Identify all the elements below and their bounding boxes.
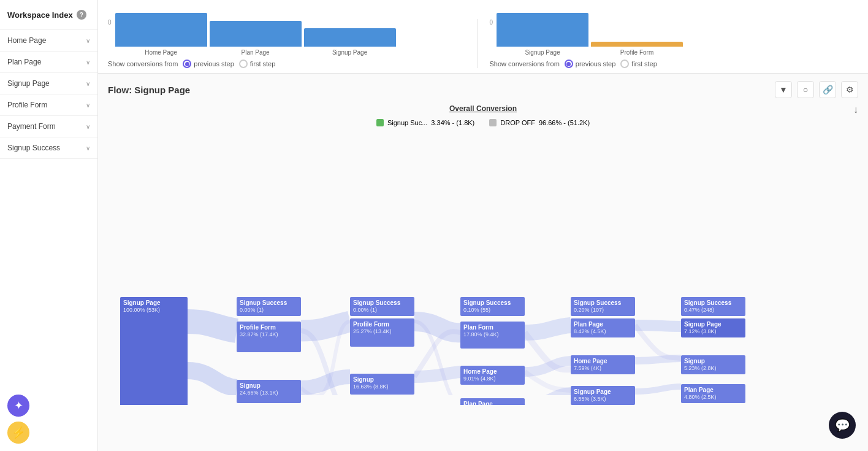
flash-icon[interactable]: ⚡ <box>7 422 29 444</box>
sidebar-label-payment-form: Payment Form <box>7 122 56 131</box>
sankey-node-n9[interactable]: Signup16.63% (8.8K) <box>350 374 414 395</box>
sankey-node-n20[interactable]: Plan Page8.42% (4.5K) <box>571 318 635 337</box>
node-pct-n2: Profile Form <box>240 323 298 331</box>
previous-step-label-left: previous step <box>194 60 234 67</box>
bar-plan-page: Plan Page <box>210 21 302 56</box>
sankey-node-n13[interactable]: Signup Success0.10% (55) <box>460 297 525 316</box>
sidebar-label-profile-form: Profile Form <box>7 101 47 109</box>
sankey-node-n3[interactable]: Signup24.66% (13.1K) <box>237 380 301 403</box>
node-count-n7: 0.00% (1) <box>353 307 411 314</box>
flow-header: Flow: Signup Page ▼ ○ 🔗 ⚙ <box>98 74 868 103</box>
bar-home <box>115 13 207 47</box>
node-count-n8: 25.27% (13.4K) <box>353 328 411 336</box>
node-count-n19: 0.20% (107) <box>574 307 632 314</box>
sankey-node-n25[interactable]: Signup Success0.47% (248) <box>681 297 745 316</box>
chevron-signup-page: ∨ <box>86 80 90 87</box>
node-pct-n26: Signup Page <box>684 320 742 328</box>
node-count-n3: 24.66% (13.1K) <box>240 390 298 397</box>
node-pct-n20: Plan Page <box>574 320 632 328</box>
node-count-n22: 6.55% (3.5K) <box>574 396 632 403</box>
sidebar-item-signup-success[interactable]: Signup Success∨ <box>0 137 97 159</box>
sankey-node-n0[interactable]: Signup Page100.00% (53K) <box>120 297 188 405</box>
node-count-n21: 7.59% (4K) <box>574 365 632 372</box>
workspace-title: Workspace Index <box>7 10 73 20</box>
help-icon[interactable]: ? <box>77 10 86 20</box>
top-funnel-bar: 0 Home Page Plan Page Signup Page Show c… <box>98 0 868 74</box>
radio-previous-circle-left <box>183 60 191 68</box>
sidebar-item-profile-form[interactable]: Profile Form∨ <box>0 94 97 116</box>
sankey-node-n22[interactable]: Signup Page6.55% (3.5K) <box>571 386 635 405</box>
sankey-node-n28[interactable]: Plan Page4.80% (2.5K) <box>681 384 745 403</box>
sidebar-label-signup-page: Signup Page <box>7 79 50 88</box>
node-pct-n19: Signup Success <box>574 299 632 307</box>
show-conversions-label-right: Show conversions from <box>490 60 560 67</box>
bar-signup <box>304 28 396 47</box>
node-count-n25: 0.47% (248) <box>684 307 742 314</box>
sankey-node-n15[interactable]: Home Page9.01% (4.8K) <box>460 366 525 385</box>
chevron-signup-success: ∨ <box>86 145 90 152</box>
sankey-node-n27[interactable]: Signup5.23% (2.8K) <box>681 355 745 374</box>
radio-first-circle-right <box>620 60 629 68</box>
legend-row: Signup Suc... 3.34% - (1.8K) DROP OFF 96… <box>98 117 868 131</box>
sankey-node-n16[interactable]: Plan Page8.29% (4.4K) <box>460 398 525 405</box>
sankey-node-n2[interactable]: Profile Form32.87% (17.4K) <box>237 322 301 352</box>
sidebar-bottom: ✦ ⚡ <box>0 387 97 451</box>
bar-signup-right: Signup Page <box>497 13 588 56</box>
funnel-right-bars: 0 Signup Page Profile Form <box>490 19 851 56</box>
link-button[interactable]: 🔗 <box>819 81 836 98</box>
node-pct-n13: Signup Success <box>463 299 522 307</box>
zero-label-left: 0 <box>108 19 112 26</box>
node-pct-n28: Plan Page <box>684 386 742 394</box>
sidebar-item-plan-page[interactable]: Plan Page∨ <box>0 52 97 73</box>
sidebar-label-plan-page: Plan Page <box>7 58 41 66</box>
sidebar-item-home-page[interactable]: Home Page∨ <box>0 30 97 52</box>
node-pct-n1: Signup Success <box>240 299 298 307</box>
node-count-n20: 8.42% (4.5K) <box>574 328 632 336</box>
sidebar-label-home-page: Home Page <box>7 36 46 45</box>
overall-conversion-label: Overall Conversion <box>98 103 868 117</box>
sankey-node-n1[interactable]: Signup Success0.00% (1) <box>237 297 301 316</box>
node-pct-n25: Signup Success <box>684 299 742 307</box>
node-pct-n7: Signup Success <box>353 299 411 307</box>
radio-first-right[interactable]: first step <box>620 60 657 68</box>
settings-button[interactable]: ⚙ <box>841 81 858 98</box>
first-step-label-right: first step <box>631 60 657 67</box>
sankey-node-n26[interactable]: Signup Page7.12% (3.8K) <box>681 318 745 337</box>
sidebar: Workspace Index ? Home Page∨Plan Page∨Si… <box>0 0 98 451</box>
sankey-container: Signup Page100.00% (53K)Signup Success0.… <box>98 131 868 405</box>
bar-home-label: Home Page <box>145 49 177 56</box>
bar-profile-right: Profile Form <box>591 42 683 56</box>
chat-button[interactable]: 💬 <box>829 412 856 439</box>
sidebar-item-signup-page[interactable]: Signup Page∨ <box>0 73 97 94</box>
sankey-node-n19[interactable]: Signup Success0.20% (107) <box>571 297 635 316</box>
conversion-row-left: Show conversions from previous step firs… <box>108 60 470 68</box>
workspace-icon[interactable]: ✦ <box>7 395 29 417</box>
radio-previous-left[interactable]: previous step <box>183 60 234 68</box>
sankey-node-n14[interactable]: Plan Form17.80% (9.4K) <box>460 322 525 349</box>
download-button[interactable]: ↓ <box>853 104 858 115</box>
node-pct-n22: Signup Page <box>574 388 632 396</box>
radio-previous-right[interactable]: previous step <box>565 60 615 68</box>
radio-previous-circle-right <box>565 60 573 68</box>
node-pct-n9: Signup <box>353 376 411 384</box>
legend-dot-dropoff <box>489 119 497 126</box>
node-count-n28: 4.80% (2.5K) <box>684 394 742 401</box>
chevron-payment-form: ∨ <box>86 123 90 130</box>
sidebar-item-payment-form[interactable]: Payment Form∨ <box>0 116 97 137</box>
sankey-node-n7[interactable]: Signup Success0.00% (1) <box>350 297 414 316</box>
legend-signup-success: Signup Suc... 3.34% - (1.8K) <box>376 119 474 126</box>
sankey-node-n8[interactable]: Profile Form25.27% (13.4K) <box>350 318 414 347</box>
legend-success-label: Signup Suc... <box>387 119 427 126</box>
previous-step-label-right: previous step <box>576 60 615 67</box>
zero-label-right: 0 <box>490 19 493 26</box>
funnel-right: 0 Signup Page Profile Form Show conversi… <box>478 19 859 68</box>
sankey-inner: Signup Page100.00% (53K)Signup Success0.… <box>108 131 813 395</box>
show-conversions-label-left: Show conversions from <box>108 60 178 67</box>
filter-button[interactable]: ▼ <box>775 81 792 98</box>
conversion-row-right: Show conversions from previous step firs… <box>490 60 851 68</box>
node-pct-n27: Signup <box>684 357 742 365</box>
circle-button[interactable]: ○ <box>797 81 814 98</box>
node-pct-n16: Plan Page <box>463 400 522 405</box>
radio-first-left[interactable]: first step <box>239 60 276 68</box>
sankey-node-n21[interactable]: Home Page7.59% (4K) <box>571 355 635 374</box>
